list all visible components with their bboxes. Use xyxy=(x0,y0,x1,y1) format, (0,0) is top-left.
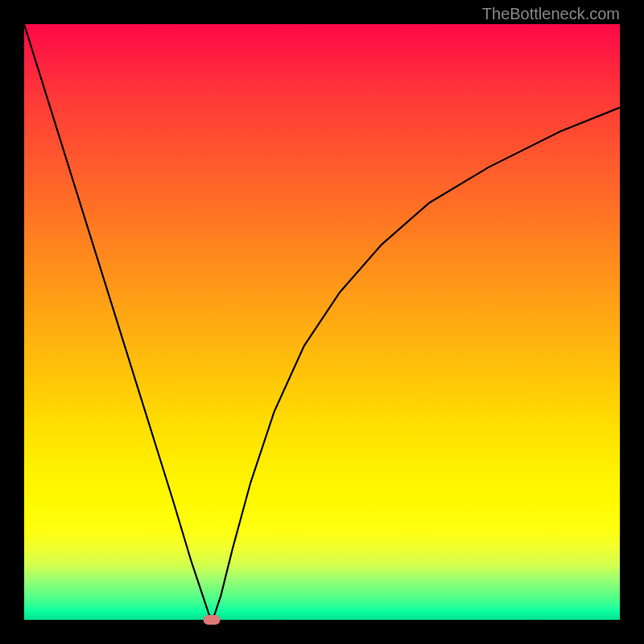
plot-area xyxy=(24,24,620,620)
watermark-text: TheBottleneck.com xyxy=(482,5,620,23)
curve-svg xyxy=(24,24,620,620)
bottleneck-curve xyxy=(24,24,620,620)
chart-container: TheBottleneck.com xyxy=(0,0,644,644)
minimum-marker xyxy=(204,615,221,625)
